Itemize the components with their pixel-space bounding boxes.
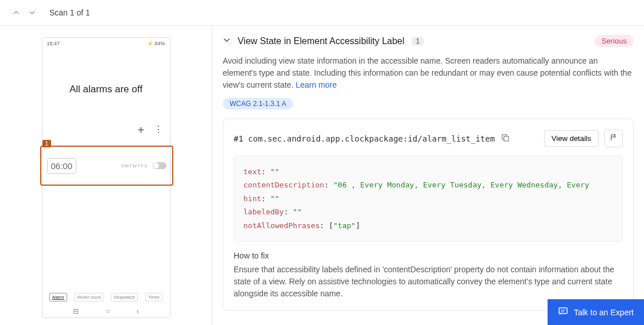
screenshot-panel: 15:47 ⚡ 84% All alarms are off + ⋮ 1 06:… <box>0 26 212 325</box>
add-alarm-icon: + <box>138 124 145 137</box>
scan-counter: Scan 1 of 1 <box>49 8 90 17</box>
view-details-button[interactable]: View details <box>544 130 599 147</box>
card-header: #1 com.sec.android.app.clockpackage:id/a… <box>234 130 623 147</box>
issue-detail-panel: View State in Element Accessibility Labe… <box>212 26 644 325</box>
top-bar: Scan 1 of 1 <box>0 0 644 26</box>
issue-highlight[interactable]: 1 06:00 SMTWTFS <box>40 146 173 186</box>
phone-toolbar: + ⋮ <box>42 118 170 143</box>
next-scan-button[interactable] <box>28 8 37 17</box>
tab-stopwatch: Stopwatch <box>111 293 138 301</box>
collapse-button[interactable] <box>223 36 231 46</box>
learn-more-link[interactable]: Learn more <box>296 80 337 89</box>
main-area: 15:47 ⚡ 84% All alarms are off + ⋮ 1 06:… <box>0 26 644 325</box>
tab-timer: Timer <box>145 293 162 301</box>
flag-button[interactable] <box>604 130 623 147</box>
recent-icon: ⊟ <box>73 307 79 315</box>
issue-header: View State in Element Accessibility Labe… <box>223 35 634 47</box>
chat-label: Talk to an Expert <box>574 308 634 317</box>
wcag-badge: WCAG 2.1-1.3.1 A <box>223 98 293 109</box>
issue-count-badge: 1 <box>412 37 425 46</box>
severity-badge: Serious <box>595 35 634 47</box>
highlight-badge: 1 <box>42 140 52 147</box>
phone-nav-bar: ⊟ ○ ‹ <box>42 307 170 315</box>
alarm-list-item: 06:00 SMTWTFS <box>41 147 172 185</box>
howto-heading: How to fix <box>234 251 623 260</box>
tab-alarm: Alarm <box>49 293 67 301</box>
back-icon: ‹ <box>137 307 139 315</box>
status-battery: ⚡ 84% <box>147 41 165 46</box>
phone-heading: All alarms are off <box>42 84 170 95</box>
copy-icon[interactable] <box>501 133 510 144</box>
more-icon: ⋮ <box>154 124 162 137</box>
device-screenshot: 15:47 ⚡ 84% All alarms are off + ⋮ 1 06:… <box>42 37 170 318</box>
chat-icon <box>558 306 568 318</box>
issue-title: View State in Element Accessibility Labe… <box>238 36 405 46</box>
alarm-controls: SMTWTFS <box>121 162 166 169</box>
prev-scan-button[interactable] <box>11 8 21 17</box>
phone-status-bar: 15:47 ⚡ 84% <box>42 38 170 49</box>
code-block[interactable]: text: "" contentDescription: "06 , Every… <box>234 155 623 242</box>
svg-rect-1 <box>504 136 509 141</box>
issue-instance-card: #1 com.sec.android.app.clockpackage:id/a… <box>223 119 634 311</box>
svg-rect-2 <box>559 308 567 314</box>
alarm-toggle <box>153 162 166 169</box>
tab-world-clock: World clock <box>74 293 103 301</box>
phone-tabs: Alarm World clock Stopwatch Timer <box>42 293 170 301</box>
issue-description: Avoid including view state information i… <box>223 55 634 91</box>
element-identifier: #1 com.sec.android.app.clockpackage:id/a… <box>234 134 495 143</box>
alarm-time: 06:00 <box>47 158 77 174</box>
home-icon: ○ <box>106 307 110 315</box>
alarm-days: SMTWTFS <box>121 163 148 169</box>
status-time: 15:47 <box>47 41 60 46</box>
howto-text: Ensure that accessibility labels defined… <box>234 264 623 300</box>
talk-to-expert-button[interactable]: Talk to an Expert <box>548 299 644 325</box>
